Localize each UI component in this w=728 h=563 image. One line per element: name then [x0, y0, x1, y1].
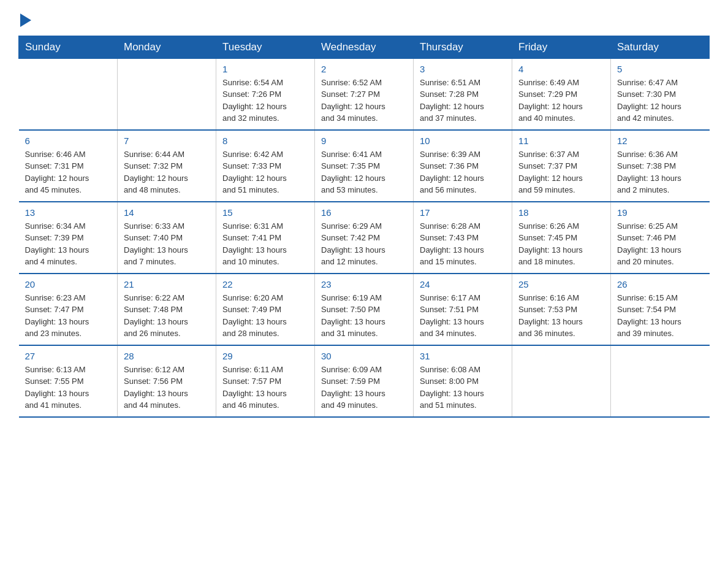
day-number: 2: [321, 64, 407, 74]
day-cell: 23Sunrise: 6:19 AM Sunset: 7:50 PM Dayli…: [315, 274, 414, 345]
calendar: SundayMondayTuesdayWednesdayThursdayFrid…: [18, 36, 710, 418]
day-cell: 4Sunrise: 6:49 AM Sunset: 7:29 PM Daylig…: [512, 58, 611, 130]
day-cell: 18Sunrise: 6:26 AM Sunset: 7:45 PM Dayli…: [512, 202, 611, 274]
day-info: Sunrise: 6:19 AM Sunset: 7:50 PM Dayligh…: [321, 292, 407, 340]
logo-arrow-icon: [20, 13, 31, 27]
day-cell: 31Sunrise: 6:08 AM Sunset: 8:00 PM Dayli…: [414, 345, 512, 417]
day-info: Sunrise: 6:44 AM Sunset: 7:32 PM Dayligh…: [124, 148, 210, 196]
day-number: 31: [420, 351, 506, 361]
day-number: 20: [25, 279, 112, 289]
header-cell-thursday: Thursday: [414, 36, 512, 58]
day-number: 4: [518, 64, 604, 74]
day-info: Sunrise: 6:49 AM Sunset: 7:29 PM Dayligh…: [518, 77, 604, 124]
day-info: Sunrise: 6:28 AM Sunset: 7:43 PM Dayligh…: [420, 220, 506, 268]
day-cell: 17Sunrise: 6:28 AM Sunset: 7:43 PM Dayli…: [414, 202, 512, 274]
day-info: Sunrise: 6:41 AM Sunset: 7:35 PM Dayligh…: [321, 148, 407, 196]
day-cell: 24Sunrise: 6:17 AM Sunset: 7:51 PM Dayli…: [414, 274, 512, 345]
day-info: Sunrise: 6:09 AM Sunset: 7:59 PM Dayligh…: [321, 364, 407, 412]
day-number: 6: [25, 136, 112, 146]
day-cell: 30Sunrise: 6:09 AM Sunset: 7:59 PM Dayli…: [315, 345, 414, 417]
day-info: Sunrise: 6:25 AM Sunset: 7:46 PM Dayligh…: [617, 220, 703, 268]
day-number: 22: [222, 279, 308, 289]
day-number: 18: [518, 207, 604, 218]
day-info: Sunrise: 6:33 AM Sunset: 7:40 PM Dayligh…: [124, 220, 210, 268]
day-number: 9: [321, 136, 407, 146]
day-number: 27: [25, 351, 112, 361]
day-info: Sunrise: 6:17 AM Sunset: 7:51 PM Dayligh…: [420, 292, 506, 340]
week-row-3: 13Sunrise: 6:34 AM Sunset: 7:39 PM Dayli…: [19, 202, 710, 274]
day-number: 14: [124, 207, 210, 218]
day-number: 8: [222, 136, 308, 146]
day-info: Sunrise: 6:08 AM Sunset: 8:00 PM Dayligh…: [420, 364, 506, 412]
day-cell: 5Sunrise: 6:47 AM Sunset: 7:30 PM Daylig…: [611, 58, 710, 130]
header-cell-saturday: Saturday: [611, 36, 710, 58]
header-cell-sunday: Sunday: [19, 36, 118, 58]
day-number: 7: [124, 136, 210, 146]
day-cell: 26Sunrise: 6:15 AM Sunset: 7:54 PM Dayli…: [611, 274, 710, 345]
day-number: 29: [222, 351, 308, 361]
day-info: Sunrise: 6:54 AM Sunset: 7:26 PM Dayligh…: [222, 77, 308, 124]
day-cell: 12Sunrise: 6:36 AM Sunset: 7:38 PM Dayli…: [611, 130, 710, 202]
day-number: 30: [321, 351, 407, 361]
day-cell: 15Sunrise: 6:31 AM Sunset: 7:41 PM Dayli…: [216, 202, 315, 274]
day-number: 23: [321, 279, 407, 289]
day-cell: 20Sunrise: 6:23 AM Sunset: 7:47 PM Dayli…: [19, 274, 118, 345]
week-row-4: 20Sunrise: 6:23 AM Sunset: 7:47 PM Dayli…: [19, 274, 710, 345]
day-info: Sunrise: 6:11 AM Sunset: 7:57 PM Dayligh…: [222, 364, 308, 412]
day-info: Sunrise: 6:37 AM Sunset: 7:37 PM Dayligh…: [518, 148, 604, 196]
day-cell: [118, 58, 216, 130]
day-info: Sunrise: 6:42 AM Sunset: 7:33 PM Dayligh…: [222, 148, 308, 196]
day-info: Sunrise: 6:23 AM Sunset: 7:47 PM Dayligh…: [25, 292, 112, 340]
day-info: Sunrise: 6:34 AM Sunset: 7:39 PM Dayligh…: [25, 220, 112, 268]
day-cell: 25Sunrise: 6:16 AM Sunset: 7:53 PM Dayli…: [512, 274, 611, 345]
day-cell: 10Sunrise: 6:39 AM Sunset: 7:36 PM Dayli…: [414, 130, 512, 202]
calendar-header: SundayMondayTuesdayWednesdayThursdayFrid…: [19, 36, 710, 58]
day-info: Sunrise: 6:29 AM Sunset: 7:42 PM Dayligh…: [321, 220, 407, 268]
day-cell: [512, 345, 611, 417]
day-info: Sunrise: 6:15 AM Sunset: 7:54 PM Dayligh…: [617, 292, 703, 340]
day-info: Sunrise: 6:20 AM Sunset: 7:49 PM Dayligh…: [222, 292, 308, 340]
day-info: Sunrise: 6:26 AM Sunset: 7:45 PM Dayligh…: [518, 220, 604, 268]
logo: [18, 12, 31, 29]
day-cell: 7Sunrise: 6:44 AM Sunset: 7:32 PM Daylig…: [118, 130, 216, 202]
day-cell: 6Sunrise: 6:46 AM Sunset: 7:31 PM Daylig…: [19, 130, 118, 202]
day-info: Sunrise: 6:47 AM Sunset: 7:30 PM Dayligh…: [617, 77, 703, 124]
header-cell-monday: Monday: [118, 36, 216, 58]
day-info: Sunrise: 6:36 AM Sunset: 7:38 PM Dayligh…: [617, 148, 703, 196]
day-cell: 27Sunrise: 6:13 AM Sunset: 7:55 PM Dayli…: [19, 345, 118, 417]
header-cell-tuesday: Tuesday: [216, 36, 315, 58]
day-number: 21: [124, 279, 210, 289]
day-number: 12: [617, 136, 703, 146]
day-number: 28: [124, 351, 210, 361]
day-number: 24: [420, 279, 506, 289]
day-cell: 28Sunrise: 6:12 AM Sunset: 7:56 PM Dayli…: [118, 345, 216, 417]
day-info: Sunrise: 6:51 AM Sunset: 7:28 PM Dayligh…: [420, 77, 506, 124]
day-cell: 21Sunrise: 6:22 AM Sunset: 7:48 PM Dayli…: [118, 274, 216, 345]
day-info: Sunrise: 6:52 AM Sunset: 7:27 PM Dayligh…: [321, 77, 407, 124]
day-info: Sunrise: 6:22 AM Sunset: 7:48 PM Dayligh…: [124, 292, 210, 340]
day-info: Sunrise: 6:16 AM Sunset: 7:53 PM Dayligh…: [518, 292, 604, 340]
header-cell-friday: Friday: [512, 36, 611, 58]
day-cell: 16Sunrise: 6:29 AM Sunset: 7:42 PM Dayli…: [315, 202, 414, 274]
day-number: 25: [518, 279, 604, 289]
day-number: 1: [222, 64, 308, 74]
day-cell: 14Sunrise: 6:33 AM Sunset: 7:40 PM Dayli…: [118, 202, 216, 274]
day-info: Sunrise: 6:31 AM Sunset: 7:41 PM Dayligh…: [222, 220, 308, 268]
day-cell: 3Sunrise: 6:51 AM Sunset: 7:28 PM Daylig…: [414, 58, 512, 130]
day-number: 3: [420, 64, 506, 74]
day-info: Sunrise: 6:46 AM Sunset: 7:31 PM Dayligh…: [25, 148, 112, 196]
header-cell-wednesday: Wednesday: [315, 36, 414, 58]
day-number: 13: [25, 207, 112, 218]
day-number: 15: [222, 207, 308, 218]
day-cell: 11Sunrise: 6:37 AM Sunset: 7:37 PM Dayli…: [512, 130, 611, 202]
day-cell: [19, 58, 118, 130]
day-number: 26: [617, 279, 703, 289]
week-row-5: 27Sunrise: 6:13 AM Sunset: 7:55 PM Dayli…: [19, 345, 710, 417]
day-cell: 29Sunrise: 6:11 AM Sunset: 7:57 PM Dayli…: [216, 345, 315, 417]
day-number: 16: [321, 207, 407, 218]
day-cell: 19Sunrise: 6:25 AM Sunset: 7:46 PM Dayli…: [611, 202, 710, 274]
day-number: 5: [617, 64, 703, 74]
day-cell: 13Sunrise: 6:34 AM Sunset: 7:39 PM Dayli…: [19, 202, 118, 274]
day-info: Sunrise: 6:39 AM Sunset: 7:36 PM Dayligh…: [420, 148, 506, 196]
day-info: Sunrise: 6:12 AM Sunset: 7:56 PM Dayligh…: [124, 364, 210, 412]
